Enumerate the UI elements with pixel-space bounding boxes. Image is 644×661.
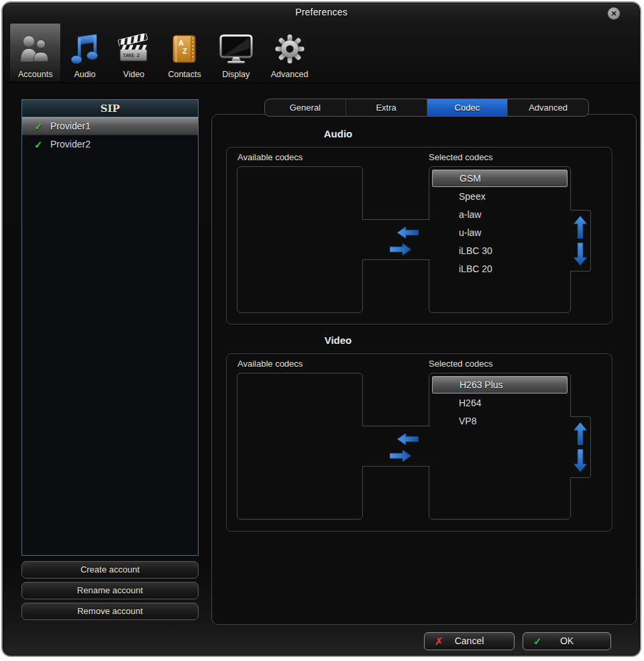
toolbar-item-accounts[interactable]: Accounts	[9, 23, 61, 82]
available-codecs-label: Available codecs	[237, 152, 303, 162]
move-down-arrow-icon[interactable]	[574, 449, 587, 472]
available-codecs-label: Available codecs	[237, 359, 303, 369]
close-icon[interactable]: ✕	[608, 7, 620, 19]
account-name: Provider1	[50, 117, 91, 135]
video-reorder-arrows	[570, 416, 591, 478]
video-selected-codecs-list[interactable]: H263 Plus H264 VP8	[429, 373, 571, 520]
audio-section-title: Audio	[271, 128, 405, 139]
toolbar-divider	[5, 82, 638, 83]
green-check-icon: ✓	[34, 117, 50, 135]
toolbar-label: Accounts	[18, 70, 52, 79]
cancel-button[interactable]: ✗ Cancel	[424, 632, 515, 650]
toolbar-item-contacts[interactable]: A Z Contacts	[159, 23, 209, 82]
audio-available-codecs-list[interactable]	[237, 166, 363, 313]
video-move-arrows	[362, 426, 430, 467]
sip-list-header: SIP	[22, 100, 198, 117]
audio-codec-group: Available codecs Selected codecs GSM Spe…	[226, 147, 612, 324]
toolbar-item-display[interactable]: Display	[210, 23, 262, 82]
title-bar: Preferences ✕	[3, 3, 640, 21]
toolbar-label: Display	[222, 70, 250, 79]
svg-text:A: A	[178, 39, 184, 47]
codec-item[interactable]: iLBC 30	[429, 242, 570, 260]
account-row-provider1[interactable]: ✓ Provider1	[22, 117, 198, 135]
remove-account-button[interactable]: Remove account	[21, 603, 199, 620]
preferences-toolbar: Accounts Audio	[9, 23, 317, 82]
codec-item[interactable]: H264	[429, 394, 570, 412]
codec-item[interactable]: VP8	[429, 412, 570, 430]
audio-reorder-arrows	[570, 210, 591, 272]
account-name: Provider2	[50, 135, 91, 154]
green-check-icon: ✓	[533, 633, 542, 650]
audio-move-arrows	[362, 219, 430, 260]
move-left-arrow-icon[interactable]	[397, 433, 419, 445]
codec-item-selected[interactable]: H263 Plus	[432, 376, 568, 394]
gear-icon	[274, 30, 305, 68]
selected-codecs-label: Selected codecs	[429, 152, 492, 162]
clapperboard-icon: TAKE 2	[117, 30, 150, 68]
svg-text:Z: Z	[182, 47, 187, 55]
toolbar-item-audio[interactable]: Audio	[61, 23, 108, 82]
preferences-window: Preferences ✕ Accounts	[1, 1, 641, 657]
video-available-codecs-list[interactable]	[237, 373, 363, 520]
move-right-arrow-icon[interactable]	[390, 450, 411, 462]
toolbar-label: Advanced	[271, 70, 309, 79]
toolbar-label: Audio	[74, 70, 95, 79]
tab-extra[interactable]: Extra	[346, 99, 427, 116]
codec-item[interactable]: Speex	[429, 188, 570, 206]
toolbar-label: Contacts	[168, 70, 201, 79]
toolbar-item-advanced[interactable]: Advanced	[262, 23, 317, 82]
codec-item[interactable]: u-law	[429, 224, 570, 242]
account-settings-tabs: General Extra Codec Advanced	[264, 99, 589, 117]
toolbar-label: Video	[123, 70, 145, 79]
move-left-arrow-icon[interactable]	[397, 227, 419, 239]
tab-general[interactable]: General	[265, 99, 346, 116]
toolbar-item-video[interactable]: TAKE 2 Video	[108, 23, 159, 82]
sip-account-list: SIP ✓ Provider1 ✓ Provider2	[21, 99, 199, 556]
audio-selected-codecs-list[interactable]: GSM Speex a-law u-law iLBC 30 iLBC 20	[429, 166, 571, 313]
codec-item[interactable]: iLBC 20	[429, 260, 570, 278]
monitor-icon	[219, 30, 254, 68]
tab-codec[interactable]: Codec	[427, 99, 508, 116]
address-book-icon: A Z	[171, 30, 198, 68]
codec-item-selected[interactable]: GSM	[432, 170, 568, 187]
selected-codecs-label: Selected codecs	[429, 359, 492, 369]
move-right-arrow-icon[interactable]	[390, 243, 411, 255]
move-up-arrow-icon[interactable]	[574, 216, 587, 239]
video-codec-group: Available codecs Selected codecs H263 Pl…	[226, 353, 612, 532]
account-row-provider2[interactable]: ✓ Provider2	[22, 135, 198, 154]
people-icon	[19, 30, 52, 68]
svg-text:TAKE 2: TAKE 2	[123, 53, 140, 58]
green-check-icon: ✓	[34, 135, 50, 154]
window-title: Preferences	[3, 7, 640, 17]
tab-advanced[interactable]: Advanced	[508, 99, 588, 116]
ok-button[interactable]: ✓ OK	[523, 632, 611, 650]
move-up-arrow-icon[interactable]	[574, 422, 587, 445]
video-section-title: Video	[271, 335, 405, 346]
red-cross-icon: ✗	[435, 633, 443, 650]
codec-item[interactable]: a-law	[429, 206, 570, 224]
move-down-arrow-icon[interactable]	[574, 243, 587, 265]
create-account-button[interactable]: Create account	[21, 561, 199, 579]
music-note-icon	[70, 30, 99, 68]
rename-account-button[interactable]: Rename account	[21, 582, 199, 599]
